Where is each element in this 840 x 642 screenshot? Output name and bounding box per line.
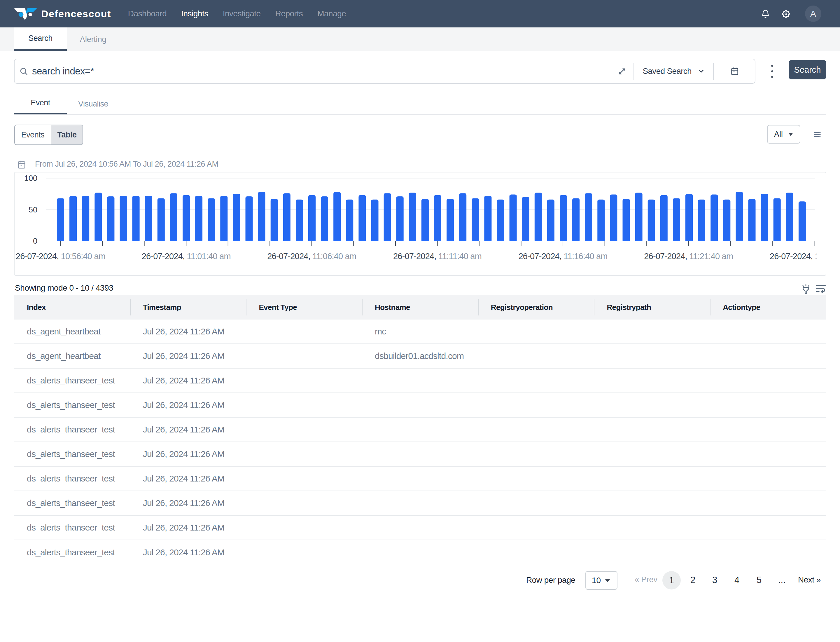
svg-text:26-07-2024, 11:26:40 am: 26-07-2024, 11:26:40 am <box>770 251 817 261</box>
svg-text:26-07-2024, 11:06:40 am: 26-07-2024, 11:06:40 am <box>267 251 356 261</box>
svg-text:26-07-2024, 11:01:40 am: 26-07-2024, 11:01:40 am <box>142 251 231 261</box>
svg-text:100: 100 <box>24 174 37 183</box>
svg-text:50: 50 <box>29 206 37 214</box>
svg-text:26-07-2024, 11:16:40 am: 26-07-2024, 11:16:40 am <box>519 251 607 261</box>
svg-text:26-07-2024, 11:21:40 am: 26-07-2024, 11:21:40 am <box>644 251 733 261</box>
svg-text:0: 0 <box>33 237 37 245</box>
svg-text:26-07-2024, 11:11:40 am: 26-07-2024, 11:11:40 am <box>393 251 482 261</box>
svg-text:26-07-2024, 10:56:40 am: 26-07-2024, 10:56:40 am <box>16 251 105 261</box>
